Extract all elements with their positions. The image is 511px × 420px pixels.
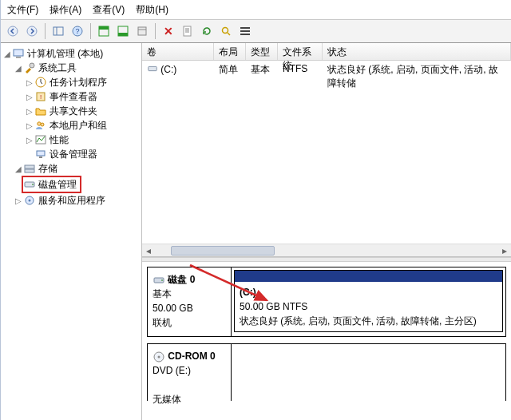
tree-event-viewer[interactable]: ▷ ! 事件查看器: [2, 89, 140, 104]
expand-icon[interactable]: ▷: [14, 196, 23, 205]
svg-rect-32: [25, 165, 34, 168]
users-icon: [34, 119, 47, 132]
expand-icon[interactable]: ◢: [14, 64, 23, 73]
tree-label: 服务和应用程序: [38, 194, 105, 208]
cdrom-0-drive: DVD (E:): [153, 365, 191, 376]
cdrom-0-info: CD-ROM 0 DVD (E:) 无媒体: [148, 344, 232, 401]
tree-label: 系统工具: [38, 61, 77, 75]
col-volume[interactable]: 卷: [142, 43, 214, 60]
tree-system-tools[interactable]: ◢ 系统工具: [2, 61, 140, 75]
tree-local-users[interactable]: ▷ 本地用户和组: [2, 118, 140, 133]
blank-expand: [25, 150, 34, 159]
col-layout[interactable]: 布局: [214, 43, 246, 60]
menu-help[interactable]: 帮助(H): [136, 3, 168, 16]
cdrom-0-volumes: [232, 344, 505, 401]
svg-rect-19: [240, 30, 250, 32]
expand-icon[interactable]: ▷: [25, 107, 34, 116]
col-filesystem[interactable]: 文件系统: [278, 43, 323, 60]
cdrom-0-box[interactable]: CD-ROM 0 DVD (E:) 无媒体: [147, 343, 506, 401]
expand-icon[interactable]: ▷: [25, 121, 34, 130]
volume-color-bar: [235, 271, 502, 282]
view-bottom-button[interactable]: [114, 22, 132, 40]
scroll-right-icon[interactable]: ▸: [498, 245, 511, 256]
svg-point-23: [30, 63, 34, 68]
expand-icon[interactable]: ◢: [2, 50, 12, 58]
tree-services-apps[interactable]: ▷ 服务和应用程序: [2, 193, 140, 208]
cell-volume-text: (C:): [160, 64, 176, 75]
device-icon: [34, 148, 47, 160]
svg-point-16: [223, 28, 228, 34]
main-area: ◢ 计算机管理 (本地) ◢ 系统工具 ▷ 任务计划程序 ▷ ! 事件查看器 ▷: [1, 43, 511, 420]
svg-point-1: [27, 26, 37, 36]
expand-icon[interactable]: ◢: [14, 164, 23, 173]
disk-0-info: 磁盘 0 基本 50.00 GB 联机: [148, 267, 232, 336]
refresh-icon[interactable]: [198, 22, 216, 40]
help-button[interactable]: ?: [69, 22, 86, 40]
svg-rect-9: [118, 33, 128, 36]
svg-point-42: [158, 355, 160, 358]
tree-device-manager[interactable]: 设备管理器: [2, 147, 140, 161]
disk-graphical-view[interactable]: 磁盘 0 基本 50.00 GB 联机 (C:) 50.00 GB NTFS 状…: [142, 262, 511, 420]
properties-button[interactable]: [179, 22, 196, 40]
services-icon: [23, 194, 36, 207]
delete-icon[interactable]: ✕: [160, 22, 177, 40]
cell-status: 状态良好 (系统, 启动, 页面文件, 活动, 故障转储: [323, 62, 511, 75]
tree-label: 磁盘管理: [38, 178, 77, 192]
show-hide-tree-button[interactable]: [50, 22, 67, 40]
svg-rect-21: [14, 50, 23, 56]
find-icon[interactable]: [217, 22, 235, 40]
svg-rect-7: [99, 26, 109, 30]
menu-view[interactable]: 查看(V): [93, 3, 125, 16]
nav-back-button[interactable]: [4, 22, 22, 40]
computer-management-window: 文件(F) 操作(A) 查看(V) 帮助(H) ? ✕: [0, 0, 511, 420]
disk-0-volumes: (C:) 50.00 GB NTFS 状态良好 (系统, 启动, 页面文件, 活…: [232, 267, 505, 336]
volume-list[interactable]: 卷 布局 类型 文件系统 状态 (C:) 简单 基本 NTFS 状态良好 (系统…: [142, 43, 511, 257]
cdrom-icon: [153, 351, 165, 363]
col-type[interactable]: 类型: [246, 43, 278, 60]
expand-icon[interactable]: ▷: [25, 78, 34, 87]
tree-root[interactable]: ◢ 计算机管理 (本地): [2, 46, 140, 61]
scrollbar-thumb[interactable]: [171, 246, 275, 256]
list-icon[interactable]: [236, 22, 254, 40]
tree-storage[interactable]: ◢ 存储: [2, 161, 140, 176]
tree-shared-folders[interactable]: ▷ 共享文件夹: [2, 104, 140, 118]
svg-point-37: [29, 200, 31, 202]
volume-row[interactable]: (C:) 简单 基本 NTFS 状态良好 (系统, 启动, 页面文件, 活动, …: [142, 61, 511, 77]
col-status[interactable]: 状态: [323, 43, 511, 60]
tree-label: 共享文件夹: [50, 105, 97, 118]
disk-0-size: 50.00 GB: [153, 303, 193, 314]
volume-c-name: (C:): [240, 287, 256, 298]
svg-text:!: !: [40, 93, 42, 101]
settings-button[interactable]: [133, 22, 151, 40]
svg-rect-33: [25, 169, 34, 172]
svg-rect-18: [240, 27, 250, 29]
storage-icon: [23, 162, 36, 175]
tree-disk-management[interactable]: 磁盘管理: [23, 177, 77, 192]
computer-icon: [12, 47, 25, 60]
tree-label: 存储: [38, 162, 57, 176]
volume-c-box[interactable]: (C:) 50.00 GB NTFS 状态良好 (系统, 启动, 页面文件, 活…: [234, 270, 503, 332]
tree-task-scheduler[interactable]: ▷ 任务计划程序: [2, 75, 140, 89]
tree-root-label: 计算机管理 (本地): [27, 47, 103, 61]
view-top-button[interactable]: [95, 22, 113, 40]
disk-0-box[interactable]: 磁盘 0 基本 50.00 GB 联机 (C:) 50.00 GB NTFS 状…: [147, 267, 506, 337]
navigation-tree[interactable]: ◢ 计算机管理 (本地) ◢ 系统工具 ▷ 任务计划程序 ▷ ! 事件查看器 ▷: [1, 43, 142, 420]
svg-rect-10: [138, 27, 146, 35]
nav-forward-button[interactable]: [23, 22, 41, 40]
tree-performance[interactable]: ▷ 性能: [2, 133, 140, 147]
svg-point-27: [38, 122, 41, 125]
menu-action[interactable]: 操作(A): [50, 3, 81, 16]
svg-rect-12: [184, 26, 191, 36]
clock-icon: [34, 76, 47, 89]
disk-0-title: 磁盘 0: [168, 274, 195, 285]
disk-icon: [153, 274, 165, 287]
expand-icon[interactable]: ▷: [25, 93, 34, 101]
svg-line-17: [228, 33, 230, 35]
expand-icon[interactable]: ▷: [25, 136, 34, 145]
disk-icon: [23, 178, 36, 191]
horizontal-scrollbar[interactable]: ◂ ▸: [142, 244, 511, 256]
menu-file[interactable]: 文件(F): [7, 3, 38, 16]
toolbar-separator: [45, 23, 46, 39]
volume-c-details: (C:) 50.00 GB NTFS 状态良好 (系统, 启动, 页面文件, 活…: [235, 282, 502, 335]
scroll-left-icon[interactable]: ◂: [142, 245, 155, 256]
